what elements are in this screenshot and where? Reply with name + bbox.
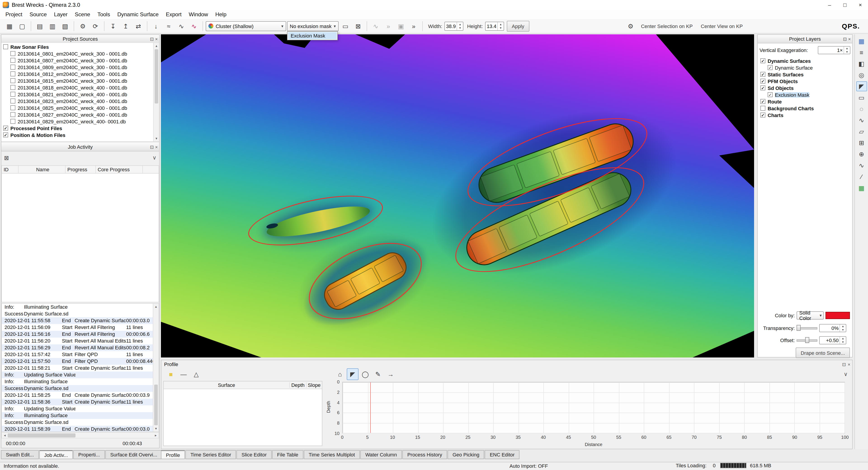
- spin-down-icon[interactable]: ▾: [844, 50, 850, 54]
- reprocess-icon[interactable]: ⟳: [90, 20, 101, 32]
- tab-properti-[interactable]: Properti...: [73, 450, 105, 459]
- checkbox[interactable]: [10, 51, 16, 56]
- edit-tool-icon[interactable]: ✎: [372, 368, 384, 380]
- layer-item[interactable]: ✓Exclusion Mask: [758, 91, 851, 98]
- spin-up-icon[interactable]: ▴: [498, 22, 504, 26]
- tab-slice-editor[interactable]: Slice Editor: [237, 450, 272, 459]
- source-item[interactable]: 20130614_0801_em2040C_wreck_300 - 0001.d…: [1, 50, 159, 57]
- checkbox[interactable]: [10, 98, 16, 103]
- layer-item[interactable]: ✓Dynamic Surfaces: [758, 57, 851, 64]
- source-item[interactable]: 20130614_0823_em2040C_wreck_400 - 0001.d…: [1, 98, 159, 104]
- scroll-down-icon[interactable]: ▾: [154, 135, 159, 142]
- transparency-spinner[interactable]: 0% ▴▾: [819, 324, 846, 332]
- layer-item[interactable]: ✓Route: [758, 98, 851, 105]
- checkbox[interactable]: ✓: [3, 132, 8, 137]
- drape-onto-scene-button[interactable]: Drape onto Scene...: [796, 347, 850, 358]
- zoom-window-icon[interactable]: ▢: [16, 20, 28, 32]
- checkbox[interactable]: ✓: [761, 79, 765, 84]
- select-polygon-icon[interactable]: ▱: [856, 127, 867, 136]
- layer-item[interactable]: ✓PFM Objects: [758, 78, 851, 85]
- select-lasso-icon[interactable]: ∿: [856, 115, 867, 125]
- collapse-profile-icon[interactable]: ∨: [844, 371, 848, 377]
- tab-profile[interactable]: Profile: [161, 450, 185, 459]
- menu-window[interactable]: Window: [185, 10, 212, 19]
- profile-line-icon[interactable]: ∿: [370, 20, 381, 32]
- marker-style-icon[interactable]: △: [190, 368, 202, 380]
- tab-time-series-editor[interactable]: Time Series Editor: [185, 450, 236, 459]
- float-panel-icon[interactable]: ⊡: [150, 36, 154, 41]
- height-spinner[interactable]: 13.4 ▴▾: [485, 22, 504, 31]
- filter-icon[interactable]: ∿: [188, 20, 200, 32]
- tab-swath-edit-[interactable]: Swath Edit...: [1, 450, 39, 459]
- checkbox[interactable]: [10, 78, 16, 83]
- grid-pick-icon[interactable]: ⊞: [856, 138, 867, 148]
- collapse-jobs-icon[interactable]: ∨: [152, 155, 156, 161]
- source-item[interactable]: 20130614_0812_em2040C_wreck_300 - 0001.d…: [1, 70, 159, 77]
- float-panel-icon[interactable]: ⊡: [842, 362, 846, 367]
- tab-surface-edit-overvi-[interactable]: Surface Edit Overvi...: [105, 450, 162, 459]
- menu-project[interactable]: Project: [2, 10, 26, 19]
- checkbox[interactable]: [10, 92, 16, 97]
- spin-up-icon[interactable]: ▴: [457, 22, 463, 26]
- clear-jobs-icon[interactable]: ⊠: [4, 154, 9, 161]
- checkbox[interactable]: [10, 65, 16, 70]
- sound-velocity-icon[interactable]: ∿: [176, 20, 187, 32]
- width-spinner[interactable]: 38.9 ▴▾: [444, 22, 463, 31]
- processing-settings-gear-icon[interactable]: ⚙: [77, 20, 89, 32]
- profile-pick-icon[interactable]: ∿: [856, 160, 867, 170]
- solid-color-swatch[interactable]: [826, 312, 850, 319]
- home-view-icon[interactable]: ⌂: [334, 368, 346, 380]
- layer-item[interactable]: ✓Static Surfaces: [758, 71, 851, 78]
- layer-item[interactable]: ✓Charts: [758, 112, 851, 118]
- layer-item[interactable]: ✓Sd Objects: [758, 85, 851, 91]
- menu-help[interactable]: Help: [212, 10, 230, 19]
- close-panel-icon[interactable]: ×: [155, 36, 158, 41]
- checkbox[interactable]: ✓: [761, 113, 765, 118]
- menu-dynamic-surface[interactable]: Dynamic Surface: [114, 10, 162, 19]
- source-item[interactable]: 20130614_0829_em2040C_wreck_400- 0001.db: [1, 118, 159, 125]
- profile-color-swatch-icon[interactable]: ■: [165, 368, 177, 380]
- palette-icon[interactable]: ▦: [856, 183, 867, 193]
- menu-export[interactable]: Export: [162, 10, 185, 19]
- add-raw-sonar-icon[interactable]: ▤: [34, 20, 46, 32]
- import-files-icon[interactable]: ▧: [59, 20, 71, 32]
- checkbox[interactable]: ✓: [761, 86, 765, 90]
- source-item[interactable]: 20130614_0818_em2040C_wreck_400 - 0001.d…: [1, 84, 159, 91]
- scroll-right-icon[interactable]: ▸: [153, 433, 159, 437]
- color-by-combobox[interactable]: Solid Color ▾: [797, 311, 824, 319]
- menu-source[interactable]: Source: [26, 10, 51, 19]
- source-item[interactable]: 20130614_0809_em2040C_wreck_300 - 0001.d…: [1, 64, 159, 70]
- tab-geo-picking[interactable]: Geo Picking: [447, 450, 485, 459]
- checkbox[interactable]: [3, 44, 8, 49]
- dropdown-item-exclusion-mask[interactable]: Exclusion Mask: [288, 32, 337, 39]
- plot-area[interactable]: [342, 382, 845, 433]
- spin-down-icon[interactable]: ▾: [840, 340, 846, 344]
- checkbox[interactable]: [761, 106, 765, 111]
- source-item[interactable]: 20130614_0807_em2040C_wreck_300 - 0001.d…: [1, 57, 159, 64]
- scroll-up-icon[interactable]: ▴: [153, 304, 159, 310]
- vertical-exaggeration-spinner[interactable]: 1× ▴▾: [818, 46, 850, 54]
- minimize-button[interactable]: –: [822, 0, 837, 10]
- checkbox[interactable]: ✓: [761, 99, 765, 104]
- maximize-button[interactable]: □: [837, 0, 852, 10]
- selection-rect-icon[interactable]: ▭: [340, 20, 351, 32]
- transfer-icon[interactable]: ⇄: [132, 20, 144, 32]
- source-item[interactable]: 20130614_0825_em2040C_wreck_400 - 0001.d…: [1, 104, 159, 111]
- source-item[interactable]: ✓Position & Motion Files: [1, 131, 159, 138]
- apply-button[interactable]: Apply: [507, 21, 529, 31]
- tab-time-series-multiplot[interactable]: Time Series Multiplot: [304, 450, 360, 459]
- float-panel-icon[interactable]: ⊡: [843, 36, 847, 41]
- export-down-icon[interactable]: ↧: [107, 20, 119, 32]
- tab-process-history[interactable]: Process History: [402, 450, 447, 459]
- source-item[interactable]: 20130614_0821_em2040C_wreck_400 - 0001.d…: [1, 91, 159, 98]
- exclusion-mask-combobox[interactable]: No exclusion mask ▾ Exclusion Mask: [287, 21, 339, 31]
- select-rectangle-icon[interactable]: ▭: [856, 93, 867, 102]
- tab-water-column[interactable]: Water Column: [360, 450, 402, 459]
- tide-icon[interactable]: ≈: [163, 20, 175, 32]
- cluster-combobox[interactable]: Cluster (Shallow) ▾: [206, 21, 286, 31]
- table-view-icon[interactable]: ▦: [856, 36, 867, 46]
- checkbox[interactable]: [10, 112, 16, 117]
- offset-slider[interactable]: [797, 337, 817, 344]
- offset-spinner[interactable]: +0.50 ▴▾: [819, 336, 846, 344]
- center-view-on-kp-button[interactable]: Center View on KP: [697, 23, 746, 29]
